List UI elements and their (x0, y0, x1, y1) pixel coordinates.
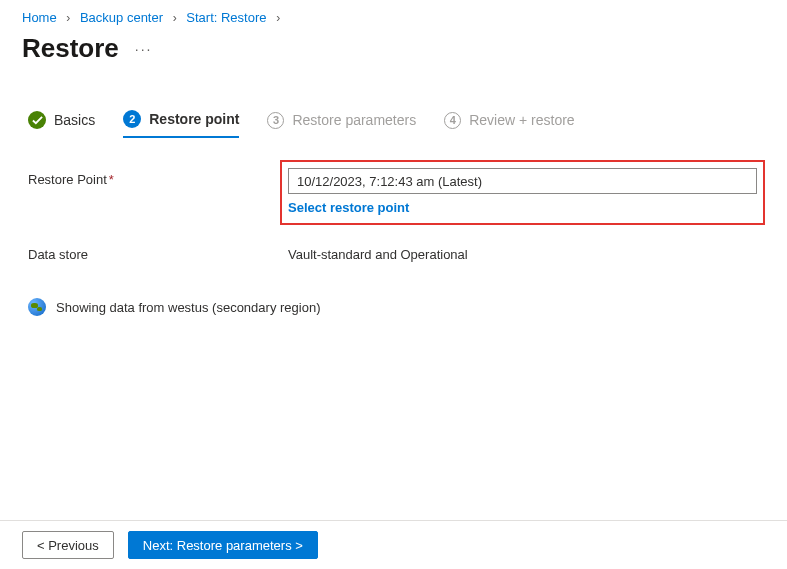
restore-point-input[interactable] (288, 168, 757, 194)
region-note: Showing data from westus (secondary regi… (56, 300, 320, 315)
data-store-value: Vault-standard and Operational (288, 243, 765, 262)
breadcrumb-home[interactable]: Home (22, 10, 57, 25)
chevron-right-icon: › (173, 11, 177, 25)
required-indicator: * (109, 172, 114, 187)
breadcrumb-start-restore[interactable]: Start: Restore (186, 10, 266, 25)
footer-actions: < Previous Next: Restore parameters > (0, 520, 787, 569)
breadcrumb-backup-center[interactable]: Backup center (80, 10, 163, 25)
step-number-icon: 3 (267, 112, 284, 129)
tab-basics[interactable]: Basics (28, 111, 95, 137)
breadcrumb: Home › Backup center › Start: Restore › (0, 0, 787, 25)
step-tabs: Basics 2 Restore point 3 Restore paramet… (0, 64, 787, 138)
tab-restore-point[interactable]: 2 Restore point (123, 110, 239, 138)
next-button[interactable]: Next: Restore parameters > (128, 531, 318, 559)
globe-icon (28, 298, 46, 316)
step-number-icon: 4 (444, 112, 461, 129)
tab-review-restore: 4 Review + restore (444, 112, 574, 137)
page-title: Restore (22, 33, 119, 64)
restore-point-label: Restore Point* (28, 168, 288, 187)
previous-button[interactable]: < Previous (22, 531, 114, 559)
check-icon (28, 111, 46, 129)
more-actions-button[interactable]: ··· (135, 41, 153, 57)
tab-label: Restore parameters (292, 112, 416, 128)
chevron-right-icon: › (66, 11, 70, 25)
select-restore-point-link[interactable]: Select restore point (288, 200, 409, 215)
tab-restore-parameters: 3 Restore parameters (267, 112, 416, 137)
step-number-icon: 2 (123, 110, 141, 128)
highlight-box: Select restore point (280, 160, 765, 225)
tab-label: Restore point (149, 111, 239, 127)
chevron-right-icon: › (276, 11, 280, 25)
tab-label: Review + restore (469, 112, 574, 128)
tab-label: Basics (54, 112, 95, 128)
data-store-label: Data store (28, 243, 288, 262)
